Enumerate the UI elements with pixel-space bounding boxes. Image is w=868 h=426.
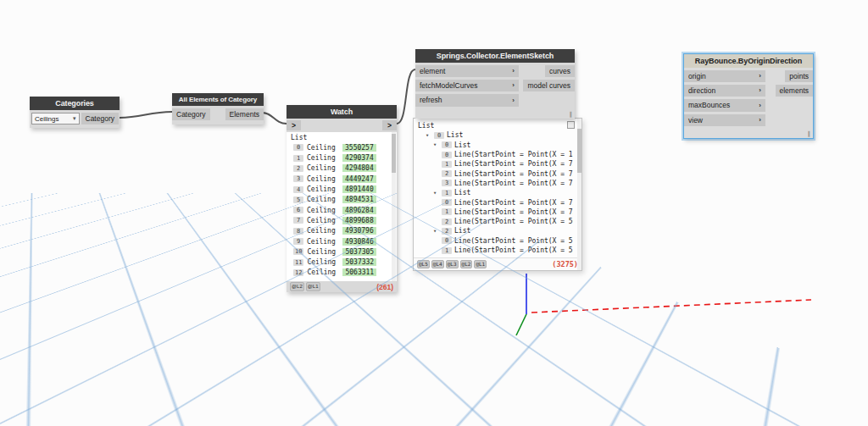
port-label: elements [780, 86, 810, 95]
node-categories[interactable]: Categories Ceilings ▾ Category [30, 97, 120, 128]
row-index: 12 [293, 269, 303, 276]
row-value: 3550257 [342, 144, 376, 152]
row-index: 1 [442, 190, 452, 196]
output-port-elements[interactable]: Elements [225, 108, 264, 120]
wire-allelements-to-watch[interactable] [262, 113, 287, 124]
row-value: 4930796 [342, 227, 376, 235]
row-value: 4290374 [342, 154, 376, 162]
row-type: Ceiling [307, 217, 339, 224]
output-port[interactable]: model curves [523, 80, 575, 91]
node-body: element › fetchModelCurves › refresh › [415, 63, 575, 119]
row-label: List [454, 141, 470, 149]
row-index: 5 [293, 196, 303, 203]
output-port[interactable]: points [785, 70, 813, 82]
dynamo-workspace[interactable]: List ▾ 0 List ▾ 0 List [0, 0, 868, 426]
watch-output-port[interactable]: > [382, 120, 397, 130]
caret-down-icon[interactable]: ▾ [433, 141, 439, 148]
tree-row: 2 Line(StartPoint = Point(X = 56 [418, 217, 573, 226]
row-type: Ceiling [307, 144, 339, 152]
node-header[interactable]: All Elements of Category [172, 93, 264, 106]
resize-grip-icon[interactable]: ∥ [570, 111, 573, 118]
tree-row: 0 Line(StartPoint = Point(X = 57 [418, 236, 573, 246]
caret-down-icon[interactable]: ▾ [433, 228, 439, 235]
port-arrow-icon: › [512, 97, 515, 105]
row-type: Ceiling [307, 248, 339, 256]
level-badge: @L1 [474, 260, 487, 268]
scrollbar-thumb[interactable] [577, 129, 581, 173]
pin-icon[interactable] [567, 121, 575, 129]
input-port[interactable]: view › [684, 114, 765, 126]
input-port[interactable]: direction › [684, 85, 765, 97]
input-ports: origin › direction › maxBounces › [684, 70, 765, 126]
tree-row: ▾ 0 List [418, 141, 573, 150]
row-index: 10 [293, 248, 303, 255]
input-port[interactable]: origin › [684, 70, 765, 82]
port-label: fetchModelCurves [420, 81, 478, 90]
tree-row: 0 Line(StartPoint = Point(X = 73 [418, 197, 573, 207]
row-value: 4896284 [342, 207, 376, 214]
node-all-elements-of-category[interactable]: All Elements of Category Category Elemen… [172, 93, 264, 124]
input-port[interactable]: element › [415, 65, 519, 77]
springs-preview-bubble[interactable]: List ▾ 0 List ▾ 0 List [413, 118, 582, 271]
node-watch[interactable]: Watch > > List 0 Ceiling 3550257 [287, 105, 397, 292]
output-port[interactable]: elements [776, 85, 814, 97]
port-row: > > [287, 119, 397, 132]
row-value: Line(StartPoint = Point(X = 73 [454, 208, 573, 216]
input-port[interactable]: maxBounces › [684, 99, 765, 111]
row-label: List [418, 122, 434, 130]
row-type: Ceiling [307, 258, 339, 266]
row-value: 4294804 [342, 164, 376, 172]
chevron-down-icon: ▾ [73, 115, 76, 122]
list-item: 4 Ceiling 4891440 [287, 184, 396, 194]
port-label: view [688, 116, 703, 124]
preview-footer: @L5 @L4 @L3 @L2 @L1 (3275) [414, 257, 581, 270]
node-header[interactable]: Watch [287, 105, 397, 119]
level-badge: @L1 [306, 282, 320, 290]
row-index: 0 [434, 132, 444, 139]
port-label: curves [549, 67, 570, 75]
output-port-category[interactable]: Category [81, 113, 120, 124]
input-port[interactable]: refresh › [415, 94, 519, 106]
row-type: Ceiling [307, 238, 339, 246]
node-header[interactable]: Categories [30, 97, 120, 110]
tree-row: ▾ 2 List [418, 226, 573, 235]
output-port[interactable]: curves [545, 65, 575, 77]
port-label: Category [86, 114, 115, 123]
row-type: Ceiling [307, 154, 339, 162]
row-index: 1 [442, 208, 452, 215]
wire-categories-to-allelements[interactable] [120, 112, 172, 118]
input-port[interactable]: fetchModelCurves › [415, 80, 519, 91]
input-port-category[interactable]: Category [172, 108, 210, 120]
resize-grip-icon[interactable]: ∥ [808, 130, 811, 137]
scrollbar-track [577, 119, 581, 270]
node-springs-collector[interactable]: Springs.Collector.ElementSketch element … [415, 49, 575, 119]
list-root-label: List [287, 132, 396, 142]
port-label: refresh [420, 96, 442, 104]
row-index: 3 [442, 180, 452, 186]
row-index: 3 [293, 175, 303, 182]
list-item: 3 Ceiling 4449247 [287, 174, 396, 184]
port-label: points [789, 72, 809, 80]
row-value: 4930846 [342, 238, 376, 246]
scrollbar-thumb[interactable] [392, 134, 396, 173]
row-value: 4891440 [342, 185, 376, 193]
wire-watch-to-springs[interactable] [397, 69, 415, 124]
row-value: Line(StartPoint = Point(X = 56 [454, 218, 573, 225]
item-count: (3275) [552, 260, 578, 268]
row-index: 0 [442, 237, 452, 244]
node-raybounce[interactable]: RayBounce.ByOriginDirection origin › dir… [683, 53, 814, 139]
row-index: 2 [442, 228, 452, 235]
caret-down-icon[interactable]: ▾ [433, 190, 439, 196]
caret-down-icon[interactable]: ▾ [426, 132, 431, 139]
level-badge: @L3 [446, 260, 459, 268]
tree-row: List [418, 121, 573, 130]
port-arrow-icon: › [512, 67, 515, 75]
list-level-badges: @L5 @L4 @L3 @L2 @L1 [417, 260, 487, 268]
row-value: 5037305 [342, 248, 376, 256]
watch-input-port[interactable]: > [287, 120, 301, 130]
node-header[interactable]: Springs.Collector.ElementSketch [415, 49, 575, 63]
list-item: 0 Ceiling 3550257 [287, 142, 396, 152]
port-label: origin [688, 72, 706, 80]
categories-dropdown[interactable]: Ceilings ▾ [31, 113, 80, 124]
node-header[interactable]: RayBounce.ByOriginDirection [684, 54, 813, 68]
